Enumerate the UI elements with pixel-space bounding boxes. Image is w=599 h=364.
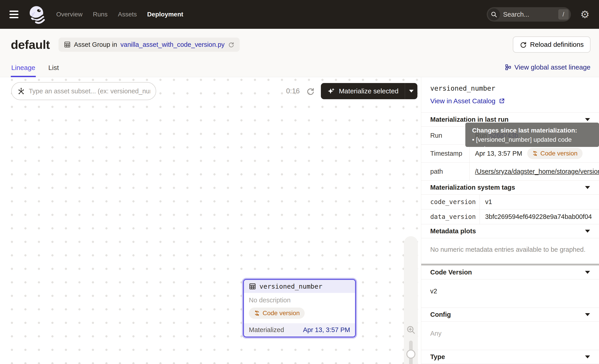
asset-details-panel: versioned_number View in Asset Catalog M… xyxy=(421,77,599,364)
section-title: Type xyxy=(430,353,445,361)
section-title: Materialization system tags xyxy=(430,184,515,191)
config-section-value: Any xyxy=(421,322,599,350)
asset-node-status: Materialized xyxy=(249,326,284,334)
run-label: Run xyxy=(421,127,470,144)
asset-node-name: versioned_number xyxy=(259,283,322,290)
data-version-row: data_version 3bfc269594ef649228e9a74bab0… xyxy=(421,209,599,224)
data-version-label: data_version xyxy=(421,209,480,224)
refresh-icon[interactable] xyxy=(228,41,234,48)
nav-item-assets[interactable]: Assets xyxy=(118,11,137,18)
asset-group-prefix: Asset Group in xyxy=(74,41,117,48)
zoom-slider-handle[interactable] xyxy=(406,350,415,359)
table-icon xyxy=(249,283,256,290)
page-title: default xyxy=(11,38,50,52)
search-icon xyxy=(488,8,500,20)
tab-list[interactable]: List xyxy=(48,64,59,77)
code-version-value: v1 xyxy=(480,195,599,209)
grid-icon xyxy=(64,41,71,48)
panel-heavy-divider xyxy=(421,264,599,265)
nav-item-deployment[interactable]: Deployment xyxy=(147,11,183,18)
timestamp-label: Timestamp xyxy=(421,145,470,162)
section-title: Code Version xyxy=(430,269,472,276)
changes-since-last-materialization-tooltip: Changes since last materialization: [ver… xyxy=(465,123,599,147)
section-title: Config xyxy=(430,311,451,318)
asset-subset-input[interactable] xyxy=(11,82,156,100)
path-row: path /Users/sryza/dagster_home/storage/v… xyxy=(421,163,599,181)
asset-graph-canvas[interactable]: 0:16 Materialize selected xyxy=(0,77,421,364)
tooltip-title: Changes since last materialization: xyxy=(472,126,593,135)
chevron-down-icon xyxy=(585,271,590,274)
view-in-asset-catalog-label: View in Asset Catalog xyxy=(430,97,495,105)
data-version-value: 3bfc269594ef649228e9a74bab00f04 xyxy=(480,209,599,224)
panel-asset-name: versioned_number xyxy=(430,84,590,92)
view-global-asset-lineage-link[interactable]: View global asset lineage xyxy=(505,63,590,77)
chevron-down-icon xyxy=(585,230,590,233)
lineage-graph-icon xyxy=(505,64,511,70)
page-header: default Asset Group in vanilla_asset_wit… xyxy=(0,29,599,77)
asset-group-chip: Asset Group in vanilla_asset_with_code_v… xyxy=(59,38,240,52)
code-version-label: code_version xyxy=(421,195,480,209)
section-title: Materialization in last run xyxy=(430,116,509,123)
chevron-down-icon xyxy=(585,355,590,358)
zoom-controls xyxy=(404,236,418,364)
nav-item-overview[interactable]: Overview xyxy=(56,11,83,18)
view-global-asset-lineage-label: View global asset lineage xyxy=(514,63,590,71)
tooltip-item: [versioned_number] updated code version xyxy=(472,135,593,153)
chevron-down-icon xyxy=(585,118,590,121)
materialize-selected-label: Materialize selected xyxy=(339,87,398,95)
reload-definitions-button[interactable]: Reload definitions xyxy=(513,36,591,53)
reload-definitions-label: Reload definitions xyxy=(530,41,584,48)
search-shortcut-key: / xyxy=(558,9,569,20)
section-type[interactable]: Type xyxy=(421,350,599,364)
menu-icon[interactable] xyxy=(9,11,18,18)
refresh-countdown: 0:16 xyxy=(286,87,300,95)
top-nav: Overview Runs Assets Deployment / ⚙ xyxy=(0,0,599,29)
code-version-section-value: v2 xyxy=(421,279,599,308)
zoom-in-icon[interactable] xyxy=(406,325,416,335)
path-label: path xyxy=(421,163,470,181)
code-version-row: code_version v1 xyxy=(421,195,599,209)
chevron-down-icon xyxy=(585,313,590,316)
graph-refresh-icon[interactable] xyxy=(306,87,315,95)
path-value-link[interactable]: /Users/sryza/dagster_home/storage/versio… xyxy=(475,168,599,175)
materialize-selected-split-button: Materialize selected xyxy=(321,83,417,99)
section-code-version[interactable]: Code Version xyxy=(421,265,599,279)
op-selector-icon xyxy=(17,87,25,95)
reload-icon xyxy=(520,41,527,48)
asset-subset-text-input[interactable] xyxy=(29,87,150,95)
code-version-badge[interactable]: Code version xyxy=(249,308,305,319)
tab-lineage[interactable]: Lineage xyxy=(11,64,36,77)
materialize-options-dropdown[interactable] xyxy=(405,83,417,99)
search-input[interactable] xyxy=(500,11,558,18)
dagster-logo[interactable] xyxy=(28,5,45,24)
code-version-badge-label: Code version xyxy=(263,310,300,317)
chevron-down-icon xyxy=(585,186,590,189)
gear-icon[interactable]: ⚙ xyxy=(580,9,590,20)
section-config[interactable]: Config xyxy=(421,308,599,322)
nav-links: Overview Runs Assets Deployment xyxy=(56,11,183,18)
view-in-asset-catalog-link[interactable]: View in Asset Catalog xyxy=(430,97,590,105)
asset-group-file-link[interactable]: vanilla_asset_with_code_version.py xyxy=(120,41,225,48)
materialize-selected-button[interactable]: Materialize selected xyxy=(321,83,405,99)
global-search[interactable]: / xyxy=(487,7,571,22)
tabs: Lineage List View global asset lineage xyxy=(11,63,590,77)
asset-node-timestamp[interactable]: Apr 13, 3:57 PM xyxy=(303,326,350,334)
sparkle-icon xyxy=(327,87,335,95)
metadata-plots-empty-text: No numeric metadata entries available to… xyxy=(421,238,599,264)
section-materialization-system-tags[interactable]: Materialization system tags xyxy=(421,181,599,195)
section-metadata-plots[interactable]: Metadata plots xyxy=(421,224,599,238)
external-link-icon xyxy=(499,98,505,104)
asset-node-description: No description xyxy=(249,296,350,304)
caret-down-icon xyxy=(409,90,414,93)
nav-item-runs[interactable]: Runs xyxy=(93,11,107,18)
section-title: Metadata plots xyxy=(430,227,476,235)
code-version-changed-icon xyxy=(254,310,260,316)
asset-node-versioned-number[interactable]: versioned_number No description Code ver… xyxy=(243,279,356,338)
